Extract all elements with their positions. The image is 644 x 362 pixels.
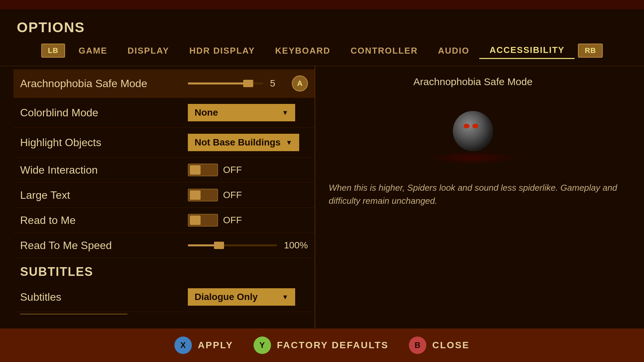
large-text-toggle-label: OFF (223, 190, 242, 200)
factory-defaults-label: FACTORY DEFAULTS (277, 340, 389, 351)
colorblind-dropdown[interactable]: None ▼ (188, 104, 295, 121)
setting-control-arachnophobia: 5 A (188, 75, 308, 92)
info-panel-description: When this is higher, Spiders look and so… (329, 181, 617, 207)
tab-hdr-display[interactable]: HDR DISPLAY (179, 43, 265, 59)
read-to-me-toggle[interactable]: OFF (188, 214, 242, 227)
content-area: Arachnophobia Safe Mode 5 A Colorblind M… (13, 66, 631, 328)
spider-shadow (426, 151, 520, 165)
spider-body (453, 111, 493, 151)
read-speed-slider-container: 100% (188, 240, 308, 251)
setting-row-read-speed[interactable]: Read To Me Speed 100% (13, 233, 315, 258)
wide-interaction-toggle-track (188, 164, 218, 176)
setting-label-read-to-me: Read to Me (20, 214, 188, 227)
setting-row-highlight[interactable]: Highlight Objects Not Base Buildings ▼ (13, 128, 315, 158)
wide-interaction-toggle-label: OFF (223, 165, 242, 175)
y-button-icon: Y (254, 337, 271, 354)
close-label: CLOSE (432, 340, 470, 351)
setting-label-highlight: Highlight Objects (20, 136, 188, 149)
read-speed-slider-track[interactable] (188, 244, 277, 246)
large-text-toggle-track (188, 189, 218, 201)
setting-label-colorblind: Colorblind Mode (20, 107, 188, 119)
setting-row-arachnophobia[interactable]: Arachnophobia Safe Mode 5 A (13, 69, 315, 98)
arachnophobia-a-button[interactable]: A (292, 75, 308, 92)
large-text-toggle[interactable]: OFF (188, 189, 242, 201)
tab-audio[interactable]: AUDIO (428, 43, 480, 59)
setting-row-wide-interaction[interactable]: Wide Interaction OFF (13, 158, 315, 183)
highlight-dropdown-arrow: ▼ (286, 139, 292, 146)
colorblind-dropdown-value: None (195, 107, 218, 118)
colorblind-dropdown-arrow: ▼ (282, 109, 288, 117)
setting-control-colorblind: None ▼ (188, 104, 308, 121)
tab-controller[interactable]: CONTROLLER (340, 43, 428, 59)
subtitles-divider (20, 314, 127, 314)
factory-defaults-button[interactable]: Y FACTORY DEFAULTS (254, 337, 389, 354)
apply-label: APPLY (198, 340, 233, 351)
read-speed-slider-thumb[interactable] (214, 242, 224, 249)
settings-panel: Arachnophobia Safe Mode 5 A Colorblind M… (13, 66, 315, 328)
tab-display[interactable]: DISPLAY (117, 43, 179, 59)
arachnophobia-slider-fill (188, 82, 248, 84)
read-to-me-toggle-knob (190, 216, 201, 225)
x-button-icon: X (174, 337, 192, 354)
bottom-bar: X APPLY Y FACTORY DEFAULTS B CLOSE (0, 328, 644, 362)
setting-row-subtitles[interactable]: Subtitles Dialogue Only ▼ (13, 282, 315, 312)
b-button-icon: B (409, 337, 426, 354)
wide-interaction-toggle[interactable]: OFF (188, 164, 242, 176)
spider-illustration (426, 98, 520, 165)
nav-lb-button[interactable]: LB (41, 44, 65, 58)
setting-row-large-text[interactable]: Large Text OFF (13, 183, 315, 208)
read-to-me-toggle-track (188, 214, 218, 227)
tab-game[interactable]: GAME (68, 43, 117, 59)
subtitles-dropdown-value: Dialogue Only (195, 292, 258, 302)
large-text-toggle-knob (190, 190, 201, 200)
page-title: OPTIONS (0, 9, 644, 39)
setting-row-read-to-me[interactable]: Read to Me OFF (13, 208, 315, 233)
info-panel: Arachnophobia Safe Mode When this is hig… (315, 66, 631, 328)
highlight-dropdown-value: Not Base Buildings (195, 137, 281, 148)
setting-control-highlight: Not Base Buildings ▼ (188, 134, 308, 151)
setting-row-colorblind[interactable]: Colorblind Mode None ▼ (13, 98, 315, 128)
setting-control-subtitles: Dialogue Only ▼ (188, 288, 308, 306)
tab-accessibility[interactable]: ACCESSIBILITY (479, 42, 575, 59)
setting-control-large-text: OFF (188, 189, 308, 201)
nav-tabs: LB GAME DISPLAY HDR DISPLAY KEYBOARD CON… (0, 39, 644, 66)
setting-label-large-text: Large Text (20, 189, 188, 201)
nav-rb-button[interactable]: RB (578, 44, 603, 58)
close-button[interactable]: B CLOSE (409, 337, 470, 354)
subtitles-section-header: SUBTITLES (13, 258, 315, 282)
top-bar (0, 0, 644, 9)
apply-button[interactable]: X APPLY (174, 337, 233, 354)
subtitles-dropdown[interactable]: Dialogue Only ▼ (188, 288, 295, 306)
arachnophobia-slider-track[interactable] (188, 82, 263, 84)
subtitles-dropdown-arrow: ▼ (282, 293, 288, 301)
tab-keyboard[interactable]: KEYBOARD (265, 43, 340, 59)
info-panel-title: Arachnophobia Safe Mode (413, 76, 532, 87)
setting-label-wide-interaction: Wide Interaction (20, 164, 188, 176)
arachnophobia-slider-thumb[interactable] (243, 80, 253, 87)
spider-eye-right (472, 124, 478, 128)
setting-control-read-to-me: OFF (188, 214, 308, 227)
wide-interaction-toggle-knob (190, 165, 201, 175)
setting-label-subtitles: Subtitles (20, 291, 188, 303)
setting-label-arachnophobia: Arachnophobia Safe Mode (20, 77, 188, 90)
arachnophobia-slider-container: 5 (188, 78, 287, 89)
setting-control-read-speed: 100% (188, 240, 308, 251)
setting-label-read-speed: Read To Me Speed (20, 239, 188, 252)
arachnophobia-slider-value: 5 (270, 78, 287, 89)
read-speed-slider-value: 100% (284, 240, 308, 251)
setting-control-wide-interaction: OFF (188, 164, 308, 176)
read-to-me-toggle-label: OFF (223, 215, 242, 226)
highlight-dropdown[interactable]: Not Base Buildings ▼ (188, 134, 299, 151)
spider-eye-left (464, 124, 470, 128)
